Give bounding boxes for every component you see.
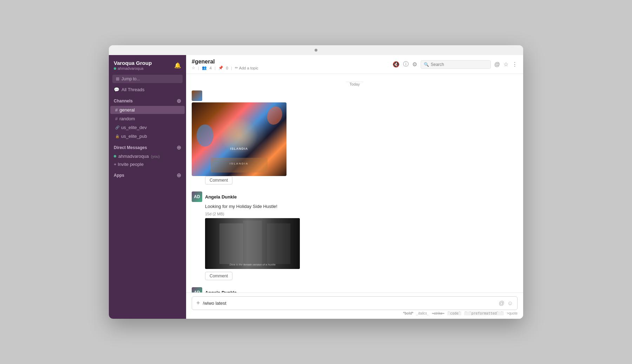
formatting-hints: *bold* _italics_ ~strike~ `code` ` `pref… <box>192 311 518 315</box>
channels-section-header: Channels ⊕ <box>109 94 186 106</box>
channel-hash-icon-2: # <box>115 116 118 121</box>
channel-us-elite-dev-label: us_elite_dev <box>121 125 147 130</box>
more-icon[interactable]: ⋮ <box>512 61 518 68</box>
dm-section-title: Direct Messages <box>114 145 147 150</box>
attachment-info-2: 15d (2 MB) <box>205 212 518 216</box>
search-icon: 🔍 <box>424 62 429 67</box>
pins-icon: 📌 <box>218 66 223 70</box>
dm-user-name: ahmadvaroqua <box>118 154 149 159</box>
pins-count: 0 <box>226 66 228 70</box>
jump-to-label: Jump to... <box>121 76 140 81</box>
workspace-name[interactable]: Varoqua Group <box>114 60 152 66</box>
main-content: #general ☆ | 👥 4 | 📌 0 | ✏ Add a topic <box>186 55 523 319</box>
input-area: + /wiwo latest @ ☺ *bold* _italics_ ~str… <box>186 292 523 319</box>
window-body: Varoqua Group ahmadvaroqua 🔔 ⊞ Jump to..… <box>109 55 523 319</box>
message-input-row: + /wiwo latest @ ☺ <box>192 296 518 310</box>
meta-separator-1: | <box>198 66 199 70</box>
channel-meta: ☆ | 👥 4 | 📌 0 | ✏ Add a topic <box>192 66 258 70</box>
author-name-3: Angela Dunkle <box>205 290 237 292</box>
message-block-2: AD Angela Dunkle Looking for my Holiday … <box>192 191 518 280</box>
author-name-2: Angela Dunkle <box>205 194 237 200</box>
channel-name: #general <box>192 59 258 65</box>
add-app-icon[interactable]: ⊕ <box>177 172 181 178</box>
invite-people-item[interactable]: + Invite people <box>109 160 186 168</box>
all-threads-label: All Threads <box>121 87 145 92</box>
bw-image-caption: Diva is the female version of a hustla <box>230 263 276 266</box>
jump-icon: ⊞ <box>116 76 119 81</box>
sidebar-channel-random[interactable]: # random <box>110 115 185 123</box>
titlebar-dot <box>315 49 317 52</box>
meta-separator-3: | <box>231 66 232 70</box>
date-label: Today <box>346 82 363 86</box>
message-author-row-3: AD Angela Dunkle <box>192 287 518 292</box>
fmt-code: `code` <box>447 311 461 315</box>
message-text-2: Looking for my Holiday Side Hustle! <box>205 203 518 210</box>
fmt-preformatted: ` `preformatted` ` <box>464 311 503 315</box>
fmt-italic: _italics_ <box>416 311 429 315</box>
channel-us-elite-pub-label: us_elite_pub <box>121 134 147 139</box>
dm-online-dot <box>114 155 116 157</box>
channel-hash-icon: # <box>115 107 118 113</box>
channel-lock-icon: 🔒 <box>115 134 119 138</box>
settings-icon[interactable]: ⚙ <box>412 61 417 68</box>
all-threads-item[interactable]: 💬 All Threads <box>109 85 186 94</box>
dm-section-header: Direct Messages ⊕ <box>109 141 186 152</box>
avatar-3: AD <box>192 287 202 292</box>
info-icon[interactable]: ⓘ <box>403 61 409 68</box>
channel-link-icon: 🔗 <box>115 126 119 129</box>
add-channel-icon[interactable]: ⊕ <box>177 97 181 104</box>
sidebar: Varoqua Group ahmadvaroqua 🔔 ⊞ Jump to..… <box>109 55 186 319</box>
header-actions: 🔇 ⓘ ⚙ 🔍 @ ☆ ⋮ <box>393 60 518 69</box>
invite-label: + Invite people <box>114 162 144 167</box>
sidebar-channel-general[interactable]: # general <box>110 106 185 114</box>
channel-info: #general ☆ | 👥 4 | 📌 0 | ✏ Add a topic <box>192 59 258 70</box>
add-attachment-icon[interactable]: + <box>196 299 200 307</box>
bell-icon[interactable]: 🔔 <box>174 62 181 69</box>
search-input[interactable] <box>431 62 483 67</box>
star-icon[interactable]: ☆ <box>192 66 195 70</box>
channels-section-title: Channels <box>114 99 133 103</box>
mute-icon[interactable]: 🔇 <box>393 61 400 68</box>
dm-item-ahmadvaroqua[interactable]: ahmadvaroqua (you) <box>109 152 186 160</box>
comment-btn-2[interactable]: Comment <box>205 272 232 280</box>
message-author-row-2: AD Angela Dunkle <box>192 191 518 202</box>
sidebar-channel-us-elite-dev[interactable]: 🔗 us_elite_dev <box>110 123 185 132</box>
message-block-3: AD Angela Dunkle Planning our first meet… <box>192 287 518 292</box>
message-block-1: ISLANDIA Comment <box>192 90 518 184</box>
fmt-strike: ~strike~ <box>432 311 445 315</box>
add-topic-pen-icon: ✏ <box>235 66 238 70</box>
avatar-2: AD <box>192 191 202 202</box>
at-icon[interactable]: @ <box>494 61 500 68</box>
date-divider: Today <box>192 82 518 86</box>
emoji-input-icon[interactable]: ☺ <box>507 300 513 306</box>
search-box[interactable]: 🔍 <box>421 60 491 69</box>
message-image-bw: Diva is the female version of a hustla <box>205 218 300 269</box>
add-topic-label: Add a topic <box>239 66 258 70</box>
messages-area: Today ISLANDIA <box>186 74 523 292</box>
sidebar-channel-us-elite-pub[interactable]: 🔒 us_elite_pub <box>110 132 185 140</box>
message-image-art: ISLANDIA <box>192 102 287 176</box>
channel-random-label: random <box>119 116 135 121</box>
at-input-icon[interactable]: @ <box>499 300 504 306</box>
dm-you-label: (you) <box>151 154 160 159</box>
add-dm-icon[interactable]: ⊕ <box>177 144 181 151</box>
input-actions: @ ☺ <box>499 300 513 306</box>
channel-general-label: general <box>119 107 134 113</box>
message-input[interactable]: /wiwo latest <box>203 301 496 306</box>
members-count: 4 <box>210 66 212 70</box>
workspace-username: ahmadvaroqua <box>118 66 143 70</box>
apps-section-header: Apps ⊕ <box>109 168 186 180</box>
online-status-dot <box>114 67 116 70</box>
fmt-quote: >quote <box>507 311 518 315</box>
apps-label: Apps <box>114 173 124 178</box>
workspace-info: Varoqua Group ahmadvaroqua <box>114 60 152 70</box>
jump-to-button[interactable]: ⊞ Jump to... <box>112 75 183 83</box>
avatar-1 <box>192 90 202 101</box>
meta-separator-2: | <box>215 66 216 70</box>
add-topic-link[interactable]: ✏ Add a topic <box>235 66 258 70</box>
titlebar <box>109 45 523 55</box>
threads-icon: 💬 <box>114 87 119 92</box>
workspace-user: ahmadvaroqua <box>114 66 152 70</box>
star-header-icon[interactable]: ☆ <box>503 61 508 68</box>
comment-btn-1[interactable]: Comment <box>205 176 232 184</box>
